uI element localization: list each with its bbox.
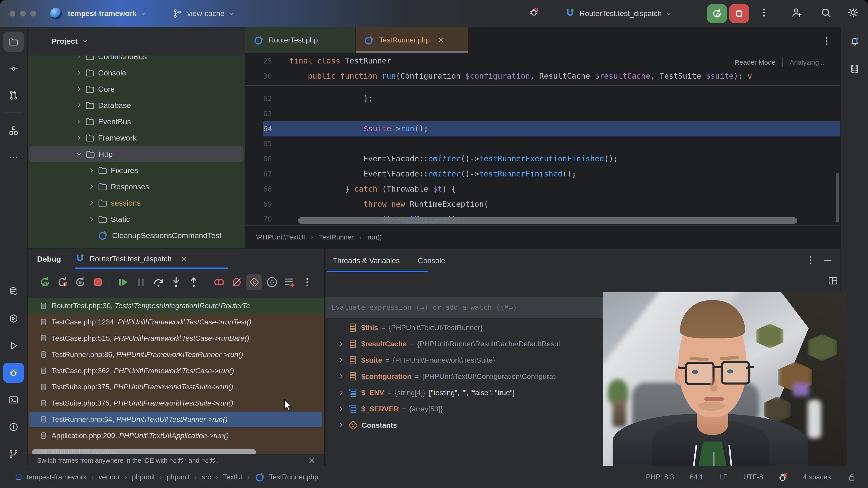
tab-testrunner[interactable]: TestRunner.php: [355, 27, 468, 53]
run-config-widget[interactable]: RouterTest.test_dispatch: [565, 5, 673, 22]
tree-item-http[interactable]: Http: [28, 146, 245, 162]
code-line-65[interactable]: 65: [245, 136, 840, 151]
frame-row[interactable]: TestCase.php:1234, PHPUnit\Framework\Tes…: [28, 314, 324, 330]
status-path-segment[interactable]: src: [202, 473, 211, 481]
sidebar-item-structure[interactable]: [3, 121, 24, 140]
status-path-segment[interactable]: phpunit: [167, 473, 190, 481]
chevron-right-icon[interactable]: [88, 183, 95, 191]
sidebar-item-problems[interactable]: [3, 417, 24, 437]
chevron-right-icon[interactable]: [88, 215, 95, 223]
breadcrumb-namespace[interactable]: \PHPUnit\TextUI: [256, 233, 305, 241]
close-icon[interactable]: [179, 254, 188, 263]
line-separator[interactable]: LF: [719, 473, 727, 481]
chevron-right-icon[interactable]: [75, 56, 83, 60]
frame-row[interactable]: TestSuite.php:375, PHPUnit\Framework\Tes…: [28, 379, 324, 395]
stop-button[interactable]: [90, 274, 106, 290]
line-number[interactable]: 68: [247, 185, 272, 193]
line-number[interactable]: 25: [247, 57, 272, 65]
tree-item-eventbus[interactable]: EventBus: [28, 113, 245, 130]
sidebar-item-run[interactable]: [3, 336, 24, 356]
close-icon[interactable]: [436, 36, 445, 45]
chevron-right-icon[interactable]: [75, 101, 83, 109]
tab-routertest[interactable]: RouterTest.php: [245, 27, 355, 53]
sidebar-item-more[interactable]: [3, 148, 24, 167]
breadcrumb-method[interactable]: run(): [368, 233, 382, 241]
frame-row[interactable]: Application.php:209, PHPUnit\TextUI\Appl…: [28, 427, 324, 444]
bug-muted-status-icon[interactable]: [778, 472, 788, 483]
chevron-down-icon[interactable]: [75, 150, 83, 158]
window-minimize-button[interactable]: [20, 11, 26, 17]
rerun-debug-button[interactable]: [707, 4, 727, 23]
restart-debug-button[interactable]: [37, 274, 53, 290]
status-path-segment[interactable]: vendor: [98, 473, 120, 481]
frame-row[interactable]: TestRunner.php:64, PHPUnit\TextUI\TestRu…: [28, 412, 324, 428]
code-line-25[interactable]: 25final class TestRunner: [245, 54, 840, 69]
code-line-69[interactable]: 69throw new RuntimeException(: [245, 197, 840, 212]
code-line-67[interactable]: 67Event\Facade::emitter()->testRunnerFin…: [245, 166, 840, 182]
frame-row[interactable]: TestCase.php:362, PHPUnit\Framework\Test…: [28, 363, 324, 379]
code-line-30[interactable]: 30public function run(Configuration $con…: [245, 69, 840, 84]
sidebar-item-services[interactable]: [3, 308, 24, 328]
code-line-64[interactable]: 64$suite->run();: [245, 121, 840, 136]
line-number[interactable]: 69: [247, 200, 272, 208]
debug-kebab-menu[interactable]: [805, 255, 816, 266]
sidebar-item-debug[interactable]: [3, 363, 24, 383]
sidebar-item-version-control[interactable]: [3, 444, 24, 464]
chevron-right-icon[interactable]: [337, 372, 345, 380]
sidebar-item-commit[interactable]: [3, 59, 24, 79]
tree-item-fixtures[interactable]: Fixtures: [28, 162, 245, 178]
code-line-68[interactable]: 68} catch (Throwable $t) {: [245, 182, 840, 197]
editor-code[interactable]: 62);63 64$suite->run();65 66Event\Facade…: [245, 86, 840, 225]
mute-breakpoints-title-icon[interactable]: [529, 6, 540, 17]
lock-icon[interactable]: [847, 472, 857, 482]
tree-item-console[interactable]: Console: [28, 65, 245, 81]
chevron-right-icon[interactable]: [88, 166, 95, 174]
add-watch-button[interactable]: [282, 274, 298, 290]
show-constants-toggle[interactable]: C: [246, 274, 262, 290]
view-breakpoints-button[interactable]: [211, 274, 227, 290]
chevron-right-icon[interactable]: [337, 405, 345, 413]
tab-console[interactable]: Console: [418, 256, 445, 265]
tree-item-responses[interactable]: Responses: [28, 178, 245, 195]
editor-vscrollbar[interactable]: [836, 173, 839, 223]
database-tool-icon[interactable]: [844, 59, 865, 79]
add-user-icon[interactable]: [791, 7, 803, 19]
more-options-button[interactable]: [264, 274, 280, 290]
tree-item-cleanupsessionscommandtest[interactable]: CleanupSessionsCommandTest: [28, 227, 245, 243]
notifications-bell-icon[interactable]: [844, 32, 865, 52]
toolbar-kebab-button[interactable]: [299, 274, 315, 290]
settings-gear-icon[interactable]: [847, 7, 859, 19]
tree-item-commandbus[interactable]: CommandBus: [28, 56, 245, 65]
rerun-failed-tests-button[interactable]: [55, 274, 70, 290]
chevron-right-icon[interactable]: [337, 356, 345, 364]
php-version[interactable]: PHP: 8.3: [646, 473, 674, 481]
tree-item-core[interactable]: Core: [28, 81, 245, 97]
code-line-66[interactable]: 66Event\Facade::emitter()->testRunnerExe…: [245, 151, 840, 166]
frame-row[interactable]: TestSuite.php:375, PHPUnit\Framework\Tes…: [28, 395, 324, 412]
pause-button[interactable]: [133, 274, 149, 290]
sidebar-item-pull-requests[interactable]: [3, 86, 24, 105]
line-number[interactable]: 65: [247, 139, 272, 148]
code-line-63[interactable]: 63: [245, 106, 840, 121]
resume-button[interactable]: [115, 274, 131, 290]
status-path-segment[interactable]: phpunit: [132, 473, 155, 481]
code-line-62[interactable]: 62);: [245, 91, 840, 106]
project-panel-title[interactable]: Project: [52, 37, 78, 46]
frame-row[interactable]: TestRunner.php:86, PHPUnit\Framework\Tes…: [28, 346, 324, 363]
layout-settings-icon[interactable]: [828, 275, 838, 286]
chevron-right-icon[interactable]: [337, 340, 345, 348]
window-zoom-button[interactable]: [30, 11, 36, 17]
sidebar-item-data-source[interactable]: [3, 282, 24, 301]
breadcrumb-class[interactable]: TestRunner: [319, 233, 353, 241]
tab-threads-variables[interactable]: Threads & Variables: [333, 256, 400, 265]
frame-row[interactable]: TestCase.php:515, PHPUnit\Framework\Test…: [28, 330, 324, 347]
status-path-segment[interactable]: TextUI: [223, 473, 243, 481]
debug-minimize-button[interactable]: [822, 255, 833, 266]
chevron-right-icon[interactable]: [75, 134, 83, 142]
title-kebab-menu[interactable]: [758, 7, 770, 18]
tree-item-framework[interactable]: Framework: [28, 130, 245, 146]
caret-position[interactable]: 64:1: [690, 473, 704, 481]
editor-hscrollbar[interactable]: [298, 217, 797, 224]
rerun-button[interactable]: [72, 274, 88, 290]
line-number[interactable]: 62: [247, 94, 272, 103]
